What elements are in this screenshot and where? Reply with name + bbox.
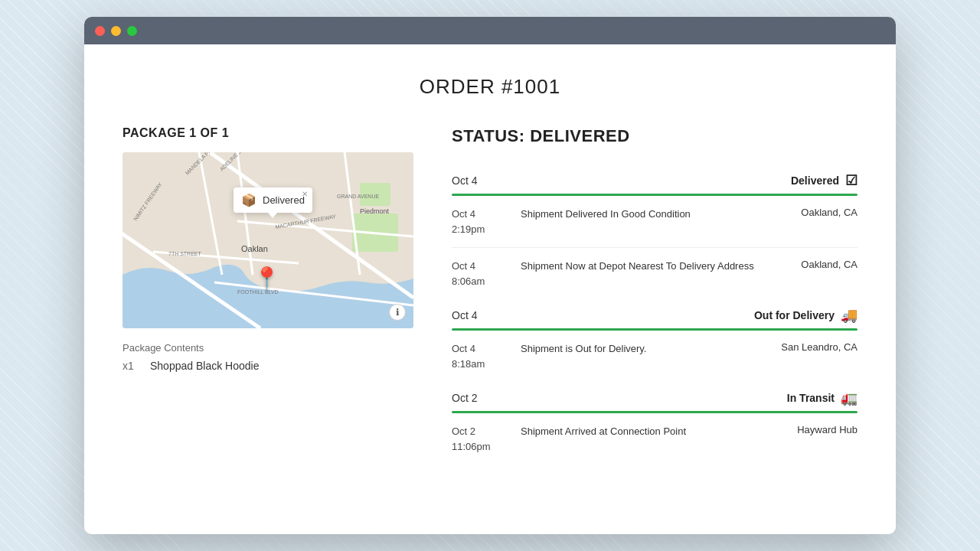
left-panel: PACKAGE 1 OF 1	[122, 126, 413, 465]
package-item: x1 Shoppad Black Hoodie	[122, 360, 413, 372]
event-desc-1: Shipment Delivered In Good Condition	[505, 207, 781, 222]
event-time-2: Oct 4 8:06am	[452, 259, 505, 289]
svg-text:GRAND AVENUE: GRAND AVENUE	[337, 194, 379, 199]
popup-label: Delivered	[263, 194, 305, 206]
tracking-event-1: Oct 4 2:19pm Shipment Delivered In Good …	[452, 196, 858, 248]
transit-truck-icon: 🚛	[841, 390, 858, 406]
event-location-4: Hayward Hub	[781, 424, 858, 435]
status-title: STATUS: DELIVERED	[452, 126, 858, 146]
main-layout: PACKAGE 1 OF 1	[122, 126, 858, 465]
event-time-3: Oct 4 8:18am	[452, 341, 505, 371]
right-panel: STATUS: DELIVERED Oct 4 Delivered ☑ Oct …	[452, 126, 858, 465]
package-label: PACKAGE 1 OF 1	[122, 126, 413, 140]
event-desc-3: Shipment is Out for Delivery.	[505, 341, 781, 357]
event-desc-4: Shipment Arrived at Connection Point	[505, 424, 781, 439]
transit-label: In Transit	[787, 392, 835, 404]
tracking-event-3: Oct 4 8:18am Shipment is Out for Deliver…	[452, 331, 858, 382]
tracking-section-delivered: Oct 4 Delivered ☑ Oct 4 2:19pm Shipment …	[452, 165, 858, 299]
section-date-3: Oct 2	[452, 392, 477, 404]
event-time-1: Oct 4 2:19pm	[452, 207, 505, 236]
delivered-label: Delivered	[791, 174, 839, 187]
order-title: ORDER #1001	[122, 75, 858, 99]
titlebar	[84, 17, 896, 44]
package-contents-label: Package Contents	[122, 342, 413, 354]
tracking-section-in-transit: Oct 2 In Transit 🚛 Oct 2 11:06pm Shipmen…	[452, 382, 858, 465]
event-location-2: Oakland, CA	[781, 259, 858, 270]
delivered-icon: ☑	[845, 172, 858, 189]
ofd-label: Out for Delivery	[754, 309, 835, 321]
map-container: NIMITZ FREEWAY MANDELA PKWY ADELINE STRE…	[122, 152, 413, 328]
svg-text:Oaklan: Oaklan	[241, 244, 268, 253]
tracking-section-out-for-delivery: Oct 4 Out for Delivery 🚚 Oct 4 8:18am Sh…	[452, 299, 858, 382]
map-svg: NIMITZ FREEWAY MANDELA PKWY ADELINE STRE…	[122, 152, 413, 328]
event-location-1: Oakland, CA	[781, 207, 858, 218]
browser-window: ORDER #1001 PACKAGE 1 OF 1	[84, 17, 896, 534]
tracking-event-4: Oct 2 11:06pm Shipment Arrived at Connec…	[452, 413, 858, 465]
svg-text:Piedmont: Piedmont	[360, 207, 390, 215]
section-header-ofd: Oct 4 Out for Delivery 🚚	[452, 299, 858, 328]
close-button[interactable]	[95, 26, 105, 36]
map-popup: ✕ 📦 Delivered	[234, 187, 312, 213]
page-content: ORDER #1001 PACKAGE 1 OF 1	[84, 44, 896, 534]
minimize-button[interactable]	[111, 26, 121, 36]
event-time-4: Oct 2 11:06pm	[452, 424, 505, 454]
section-date-2: Oct 4	[452, 309, 477, 321]
section-header-delivered: Oct 4 Delivered ☑	[452, 165, 858, 194]
event-desc-2: Shipment Now at Depot Nearest To Deliver…	[505, 259, 781, 274]
svg-text:7TH STREET: 7TH STREET	[168, 251, 202, 256]
maximize-button[interactable]	[127, 26, 137, 36]
section-date-1: Oct 4	[452, 174, 477, 187]
section-status-transit: In Transit 🚛	[787, 390, 858, 406]
item-name: Shoppad Black Hoodie	[150, 360, 259, 372]
popup-close-button[interactable]: ✕	[302, 190, 308, 198]
package-icon: 📦	[241, 193, 256, 207]
tracking-event-2: Oct 4 8:06am Shipment Now at Depot Neare…	[452, 248, 858, 299]
map-pin: 📍	[253, 266, 280, 291]
section-status-ofd: Out for Delivery 🚚	[754, 307, 858, 324]
map-info-button[interactable]: ℹ	[389, 304, 406, 321]
item-quantity: x1	[122, 360, 138, 372]
section-header-transit: Oct 2 In Transit 🚛	[452, 382, 858, 411]
delivery-truck-icon: 🚚	[841, 307, 858, 324]
event-location-3: San Leandro, CA	[781, 341, 858, 353]
section-status-delivered: Delivered ☑	[791, 172, 858, 189]
